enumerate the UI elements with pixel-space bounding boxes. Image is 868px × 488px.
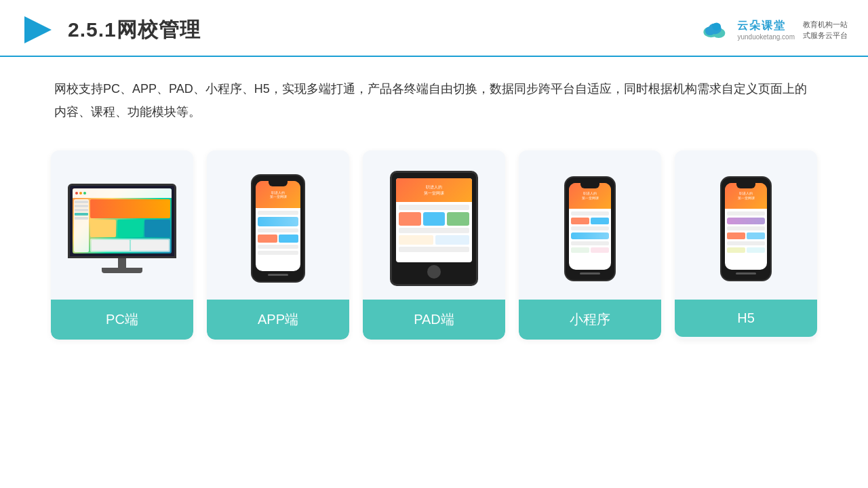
phone-app-icon: 职进人的第一堂网课 <box>251 174 305 283</box>
card-pc: PC端 <box>51 150 193 340</box>
description-text: 网校支持PC、APP、PAD、小程序、H5，实现多端打通，产品各终端自由切换，数… <box>0 57 868 137</box>
card-pad: 职进人的第一堂网课 <box>363 150 505 340</box>
brand-text: 云朵课堂 yunduoketang.com <box>737 19 795 41</box>
brand-url: yunduoketang.com <box>737 33 795 41</box>
page-title: 2.5.1网校管理 <box>68 16 201 44</box>
brand-slogan: 教育机构一站 式服务云平台 <box>803 19 848 41</box>
card-miniprogram: 职进人的第一堂网课 <box>519 150 661 340</box>
header: 2.5.1网校管理 云朵课堂 yunduoketang.com 教育机构一站 式… <box>0 0 868 57</box>
brand-logo: 云朵课堂 yunduoketang.com 教育机构一站 式服务云平台 <box>699 18 848 42</box>
logo-arrow-icon <box>20 12 56 47</box>
card-pad-image: 职进人的第一堂网课 <box>363 150 505 300</box>
card-miniprogram-image: 职进人的第一堂网课 <box>519 150 661 300</box>
tablet-pad-icon: 职进人的第一堂网课 <box>390 171 478 286</box>
header-left: 2.5.1网校管理 <box>20 12 201 47</box>
card-h5-image: 职进人的第一堂网课 <box>675 150 817 300</box>
cloud-icon <box>699 18 732 42</box>
svg-marker-0 <box>24 16 52 43</box>
card-pc-image <box>51 150 193 300</box>
card-h5: 职进人的第一堂网课 <box>675 150 817 340</box>
description-content: 网校支持PC、APP、PAD、小程序、H5，实现多端打通，产品各终端自由切换，数… <box>54 82 807 119</box>
cards-container: PC端 职进人的第一堂网课 <box>0 144 868 353</box>
card-pad-label: PAD端 <box>363 300 505 340</box>
pc-monitor-icon <box>68 184 176 273</box>
card-app-label: APP端 <box>207 300 349 340</box>
card-pc-label: PC端 <box>51 300 193 340</box>
svg-point-5 <box>713 23 722 30</box>
card-miniprogram-label: 小程序 <box>519 300 661 340</box>
brand-name: 云朵课堂 <box>737 19 786 33</box>
card-app: 职进人的第一堂网课 AP <box>207 150 349 340</box>
card-app-image: 职进人的第一堂网课 <box>207 150 349 300</box>
brand-logo-area: 云朵课堂 yunduoketang.com 教育机构一站 式服务云平台 <box>699 18 848 42</box>
card-h5-label: H5 <box>675 300 817 337</box>
phone-h5-icon: 职进人的第一堂网课 <box>720 176 772 281</box>
phone-mini-icon: 职进人的第一堂网课 <box>564 176 616 281</box>
